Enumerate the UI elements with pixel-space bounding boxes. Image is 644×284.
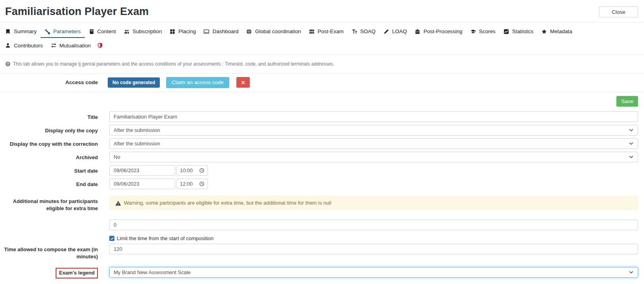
- time-allowed-label: Time allowed to compose the exam (in min…: [0, 244, 98, 260]
- tab-scores[interactable]: Scores: [466, 25, 500, 38]
- display-copy-correction-label: Display the copy with the correction: [0, 138, 98, 148]
- display-copy-label: Display only the copy: [0, 125, 98, 134]
- extra-time-label: Additional minutes for participants elig…: [0, 196, 98, 212]
- tab-label: Scores: [479, 28, 496, 34]
- save-button[interactable]: Save: [616, 96, 638, 107]
- time-allowed-input[interactable]: [109, 244, 638, 254]
- chevron-down-icon: [629, 128, 634, 133]
- start-date-input[interactable]: [109, 165, 175, 176]
- archived-value: No: [114, 154, 120, 160]
- tab-label: Global coordination: [255, 28, 301, 34]
- tab-subscription[interactable]: Subscription: [120, 25, 166, 38]
- claim-access-code-button[interactable]: Claim an access code: [166, 77, 229, 88]
- text-format-icon: [352, 29, 357, 34]
- graduation-cap-icon: [470, 29, 476, 34]
- tab-label: Post-Exam: [318, 28, 344, 34]
- tab-post-exam[interactable]: Post-Exam: [305, 25, 348, 38]
- warning-triangle-icon: [115, 200, 121, 206]
- end-date-row: End date 12:00: [0, 179, 644, 189]
- title-row: Title: [0, 111, 644, 122]
- tab-content[interactable]: Content: [85, 25, 120, 38]
- tab-mutualisation[interactable]: Mutualisation: [47, 39, 95, 52]
- exam-legend-label: Exam's legend: [59, 270, 95, 276]
- limit-time-row: Limit the time from the start of composi…: [0, 235, 644, 241]
- limit-time-checkbox[interactable]: [109, 236, 114, 241]
- tab-label: Dashboard: [212, 28, 238, 34]
- tab-row-2: Contributors Mutualisation: [1, 39, 639, 55]
- end-date-input[interactable]: [109, 179, 175, 189]
- page-title: Familiarisation Player Exam: [5, 6, 638, 18]
- no-code-badge: No code generated: [108, 77, 160, 88]
- display-copy-correction-select[interactable]: After the submission: [109, 138, 638, 149]
- parameters-form: Title Display only the copy After the su…: [0, 111, 644, 278]
- tab-row-1: Summary Parameters Content Subscription …: [1, 25, 639, 38]
- grid-icon: [170, 29, 175, 34]
- display-copy-row: Display only the copy After the submissi…: [0, 125, 644, 135]
- access-code-controls: No code generated Claim an access code: [108, 77, 250, 88]
- archived-label: Archived: [0, 152, 98, 161]
- exchange-icon: [51, 43, 56, 48]
- chevron-down-icon: [629, 154, 634, 160]
- book-icon: [89, 29, 94, 34]
- title-label: Title: [0, 111, 98, 121]
- tab-parameters[interactable]: Parameters: [41, 25, 85, 38]
- globe-icon: [246, 29, 252, 34]
- tab-dashboard[interactable]: Dashboard: [200, 25, 242, 38]
- start-date-label: Start date: [0, 165, 98, 175]
- info-banner: ? This tab allows you to manage tj genra…: [0, 55, 644, 73]
- tab-label: Contributors: [14, 43, 43, 49]
- shield-icon: [97, 42, 103, 49]
- start-date-row: Start date 10:00: [0, 165, 644, 176]
- tab-label: Statistics: [512, 28, 534, 34]
- display-copy-correction-value: After the submission: [114, 141, 160, 147]
- tab-bar: Summary Parameters Content Subscription …: [0, 23, 644, 55]
- toolbox-icon: [415, 29, 420, 34]
- display-copy-correction-row: Display the copy with the correction Aft…: [0, 138, 644, 149]
- display-copy-select[interactable]: After the submission: [109, 125, 638, 135]
- tab-statistics[interactable]: Statistics: [500, 25, 537, 38]
- wrench-icon: [45, 29, 50, 34]
- limit-time-checkbox-label: Limit the time from the start of composi…: [117, 235, 213, 241]
- title-input[interactable]: [109, 111, 638, 122]
- clock-icon: [199, 181, 204, 186]
- extra-time-input-row: [0, 220, 644, 230]
- tab-contributors[interactable]: Contributors: [1, 39, 47, 52]
- access-code-label: Access code: [0, 79, 98, 86]
- tab-soaq[interactable]: SOAQ: [348, 25, 380, 38]
- clock-icon: [199, 168, 204, 173]
- tab-label: Metadata: [550, 28, 572, 34]
- tab-label: SOAQ: [360, 28, 376, 34]
- end-time-picker[interactable]: 12:00: [176, 179, 208, 189]
- close-button[interactable]: Close: [599, 6, 638, 17]
- tab-metadata[interactable]: Metadata: [537, 25, 576, 38]
- exam-legend-value: My Brand New Assessment Scale: [114, 269, 191, 275]
- end-time-value: 12:00: [180, 181, 193, 187]
- start-time-picker[interactable]: 10:00: [176, 165, 208, 176]
- access-code-row: Access code No code generated Claim an a…: [0, 73, 644, 92]
- chevron-down-icon: [629, 141, 634, 146]
- chart-line-icon: [504, 29, 509, 34]
- archived-select[interactable]: No: [109, 152, 638, 162]
- tab-global-coordination[interactable]: Global coordination: [242, 25, 305, 38]
- tab-security[interactable]: [95, 39, 107, 52]
- star-icon: [541, 29, 547, 34]
- cancel-access-code-button[interactable]: [236, 77, 250, 88]
- red-annotation-box: Exam's legend: [56, 268, 98, 278]
- tab-placing[interactable]: Placing: [166, 25, 200, 38]
- users-icon: [124, 29, 129, 34]
- exam-legend-select[interactable]: My Brand New Assessment Scale: [109, 267, 638, 278]
- extra-time-input[interactable]: [109, 220, 638, 230]
- tab-summary[interactable]: Summary: [1, 25, 41, 38]
- tab-post-processing[interactable]: Post-Processing: [411, 25, 466, 38]
- tab-label: Post-Processing: [423, 28, 462, 34]
- exam-legend-label-cell: Exam's legend: [0, 267, 98, 278]
- tab-label: Subscription: [133, 28, 162, 34]
- extra-time-warning-text: Warning, some participants are eligible …: [124, 200, 331, 206]
- question-circle-icon: ?: [5, 61, 11, 67]
- pen-icon: [384, 29, 389, 34]
- x-icon: [241, 80, 245, 85]
- exam-legend-row: Exam's legend My Brand New Assessment Sc…: [0, 267, 644, 278]
- tab-loaq[interactable]: LOAQ: [380, 25, 411, 38]
- archived-row: Archived No: [0, 152, 644, 162]
- tab-label: Mutualisation: [60, 43, 91, 49]
